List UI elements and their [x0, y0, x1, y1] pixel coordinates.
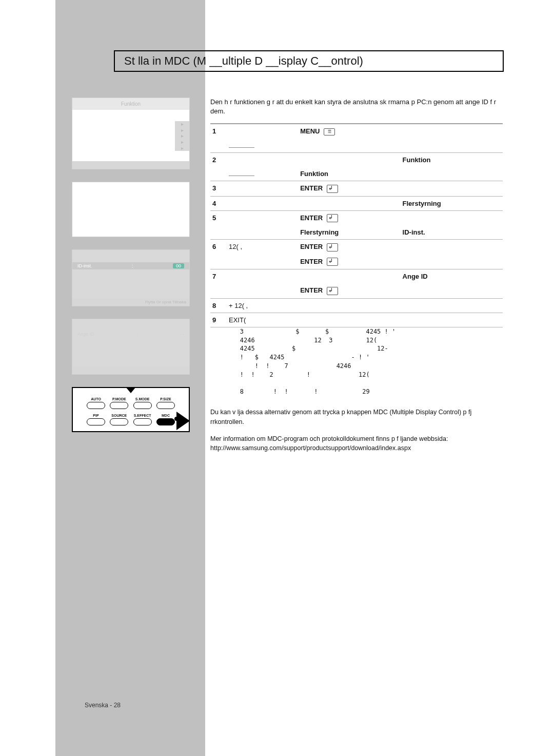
finger-pointer-icon — [176, 412, 190, 430]
page-number: Svenska - 28 — [0, 702, 205, 709]
osd-panel-blank — [72, 182, 190, 237]
osd-arrow-band: ▸▸▸▸▸ — [175, 121, 189, 151]
step-label: Ange ID — [401, 269, 503, 284]
footnote-1: Du kan v lja dessa alternativ genom att … — [210, 408, 503, 427]
enter-icon — [327, 243, 338, 251]
enter-icon — [327, 185, 338, 193]
step-label: Flerstyrning — [401, 196, 503, 210]
enter-icon — [327, 287, 338, 295]
osd-header: Funktion — [72, 98, 189, 110]
footnote-url: http://www.samsung.com/support/productsu… — [210, 443, 503, 453]
step-num: 6 — [210, 240, 227, 255]
steps-table: 1 MENU ☰ 2 Funktion Funktion 3 ENTER 4 F… — [210, 123, 503, 327]
osd-row-idinst: ID-inst. : 00 — [72, 262, 189, 269]
step-label: ENTER — [300, 184, 323, 192]
step-num: 4 — [210, 196, 227, 210]
osd-row-angeid: Ange ID : - - — [72, 331, 189, 338]
step-num: 9 — [210, 313, 227, 327]
osd-row-value: 00 — [173, 263, 184, 268]
osd-row-value: - - — [180, 332, 184, 337]
remote-btn-seffect: S.EFFECT — [132, 414, 153, 425]
step-num: 2 — [210, 152, 227, 167]
remote-btn-pmode: P.MODE — [108, 397, 130, 409]
step-left: EXIT( — [227, 313, 503, 327]
osd-row-label: Ange ID — [77, 332, 94, 337]
step-label: MENU — [300, 127, 320, 135]
step-label2: ENTER — [300, 258, 323, 265]
step-label: ENTER — [300, 214, 323, 222]
step-label: Funktion — [401, 152, 503, 167]
step-sub1: Flerstyrning — [298, 225, 400, 240]
content-column: Den h r funktionen g r att du enkelt kan… — [210, 46, 503, 453]
remote-btn-smode: S.MODE — [132, 397, 153, 409]
remote-btn-auto: AUTO — [85, 397, 107, 409]
step-num: 7 — [210, 269, 227, 284]
left-gray-column: Funktion ▸▸▸▸▸ ID-inst. : 00 — [55, 0, 205, 756]
remote-btn-source: SOURCE — [108, 414, 130, 425]
osd-footer — [72, 161, 189, 169]
osd-footer-text: Flytta Gr opna Tillbaka — [72, 298, 189, 306]
step-left: 12( , — [227, 240, 298, 255]
step-num: 3 — [210, 181, 227, 196]
remote-btn-pip: PIP — [85, 414, 107, 425]
intro-paragraph: Den h r funktionen g r att du enkelt kan… — [210, 98, 503, 116]
enter-icon — [327, 214, 338, 222]
osd-panel-funktion: Funktion ▸▸▸▸▸ — [72, 98, 190, 169]
step-label: ENTER — [300, 243, 323, 250]
step-num: 5 — [210, 210, 227, 225]
remote-btn-mdc: MDC — [155, 414, 176, 425]
step-left: + 12( , — [227, 298, 503, 313]
menu-icon: ☰ — [324, 128, 335, 135]
remote-btn-psize: P.SIZE — [155, 397, 176, 409]
osd-row-label: ID-inst. — [77, 263, 92, 268]
step-num: 8 — [210, 298, 227, 313]
garbled-text-block: 3 $ $ 4245 ! ' 4246 12 3 12( 4245 $ 12- … — [210, 327, 503, 396]
chevron-down-icon — [126, 387, 136, 393]
step-sub: Funktion — [298, 167, 400, 181]
osd-panel-idinst: ID-inst. : 00 Flytta Gr opna Tillbaka — [72, 249, 190, 306]
manual-page: Funktion ▸▸▸▸▸ ID-inst. : 00 — [0, 0, 554, 756]
enter-icon — [327, 258, 338, 266]
remote-control-diagram: AUTO P.MODE S.MODE P.SIZE PIP SOURCE S.E… — [72, 387, 190, 432]
step-num: 1 — [210, 124, 227, 139]
step-sub: ENTER — [300, 286, 323, 294]
footnote-2: Mer information om MDC-program och proto… — [210, 434, 503, 444]
osd-panel-angeid: Ange ID : - - — [72, 319, 190, 375]
step-sub2: ID-inst. — [401, 225, 503, 240]
